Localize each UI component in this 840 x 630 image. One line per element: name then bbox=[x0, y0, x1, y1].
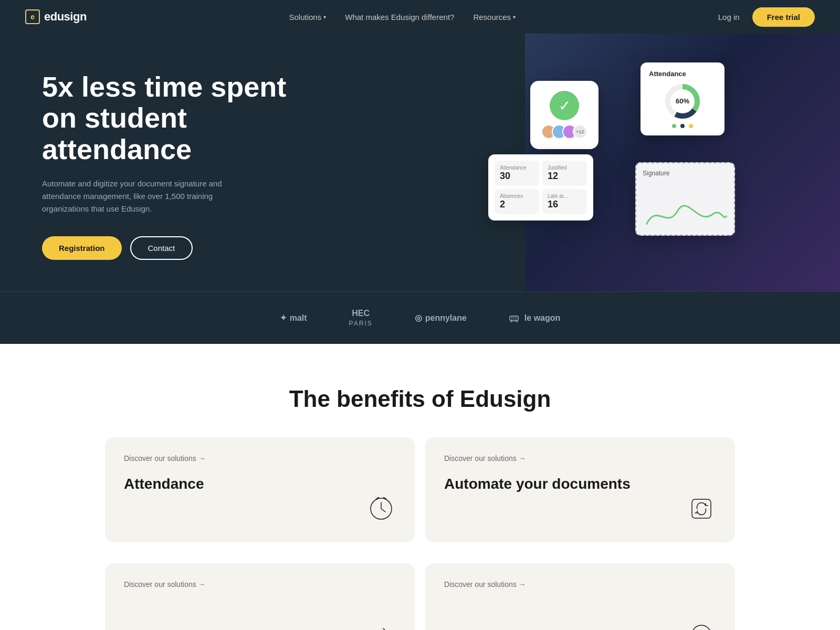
hero-text: 5x less time spent on student attendance… bbox=[42, 71, 304, 260]
wagon-icon bbox=[509, 313, 519, 323]
nav-solutions[interactable]: Solutions ▾ bbox=[289, 13, 327, 22]
contact-button[interactable]: Contact bbox=[130, 236, 193, 260]
partner-lewagon: le wagon bbox=[509, 313, 560, 323]
discover-link-documents[interactable]: Discover our solutions → bbox=[444, 454, 716, 463]
benefit-card-3[interactable]: Discover our solutions → bbox=[105, 563, 415, 630]
signature-card: Signature bbox=[635, 162, 735, 236]
stats-grid: Attendance 30 Justified 12 Absences 2 La… bbox=[495, 161, 587, 214]
stat-absences: Absences 2 bbox=[495, 189, 539, 214]
benefit-card-attendance[interactable]: Discover our solutions → Attendance bbox=[105, 437, 415, 542]
login-link[interactable]: Log in bbox=[718, 13, 740, 22]
partner-malt: ✦ malt bbox=[280, 313, 307, 323]
stat-late: Late ar... 16 bbox=[542, 189, 587, 214]
logo-text: edusign bbox=[44, 10, 87, 24]
arrow-right-icon bbox=[366, 620, 396, 630]
partner-pennylane: ◎ pennylane bbox=[415, 313, 467, 323]
benefits-cards-grid: Discover our solutions → Attendance Disc… bbox=[105, 437, 735, 542]
signature-drawing bbox=[636, 193, 734, 235]
legend-yellow-dot bbox=[689, 124, 693, 128]
partners-bar: ✦ malt HECPARIS ◎ pennylane le wagon bbox=[0, 291, 840, 344]
benefit-card-documents[interactable]: Discover our solutions → Automate your d… bbox=[425, 437, 735, 542]
hero-buttons: Registration Contact bbox=[42, 236, 304, 260]
bottom-cards: Discover our solutions → Discover our so… bbox=[0, 563, 840, 630]
benefit-card-4[interactable]: Discover our solutions → bbox=[425, 563, 735, 630]
signature-label: Signature bbox=[643, 170, 669, 177]
nav-links: Solutions ▾ What makes Edusign different… bbox=[289, 13, 516, 22]
benefit-card-title-attendance: Attendance bbox=[124, 475, 396, 493]
navbar: e edusign Solutions ▾ What makes Edusign… bbox=[0, 0, 840, 34]
chevron-down-icon: ▾ bbox=[513, 14, 516, 20]
nav-actions: Log in Free trial bbox=[718, 7, 815, 27]
avatar-count: +12 bbox=[573, 124, 587, 139]
hero-inner: 5x less time spent on student attendance… bbox=[0, 34, 840, 291]
svg-rect-11 bbox=[692, 499, 711, 518]
benefits-title: The benefits of Edusign bbox=[42, 386, 798, 412]
donut-legend bbox=[649, 124, 716, 128]
registration-button[interactable]: Registration bbox=[42, 236, 122, 260]
partner-hec: HECPARIS bbox=[349, 309, 373, 327]
bottom-cards-grid: Discover our solutions → Discover our so… bbox=[105, 563, 735, 630]
circle-icon bbox=[687, 620, 716, 630]
hero-description: Automate and digitize your document sign… bbox=[42, 177, 242, 215]
nav-different[interactable]: What makes Edusign different? bbox=[345, 13, 454, 22]
stats-card: Attendance 30 Justified 12 Absences 2 La… bbox=[488, 154, 593, 220]
stat-justified: Justified 12 bbox=[542, 161, 587, 186]
nav-resources[interactable]: Resources ▾ bbox=[473, 13, 516, 22]
attendance-card-title: Attendance bbox=[649, 70, 716, 78]
svg-point-12 bbox=[692, 625, 711, 630]
discover-link-4[interactable]: Discover our solutions → bbox=[444, 580, 716, 589]
benefits-section: The benefits of Edusign Discover our sol… bbox=[0, 344, 840, 563]
donut-chart: 60% bbox=[649, 83, 716, 120]
refresh-square-icon bbox=[687, 494, 716, 523]
malt-icon: ✦ bbox=[280, 313, 287, 323]
benefit-card-title-documents: Automate your documents bbox=[444, 475, 716, 493]
logo-icon: e bbox=[25, 9, 40, 24]
legend-dark-dot bbox=[680, 124, 685, 128]
svg-text:60%: 60% bbox=[676, 97, 689, 105]
checkmark-card: ✓ +12 bbox=[530, 81, 598, 149]
avatar-row: +12 bbox=[541, 124, 587, 139]
chevron-down-icon: ▾ bbox=[323, 14, 326, 20]
legend-green-dot bbox=[672, 124, 676, 128]
logo[interactable]: e edusign bbox=[25, 9, 87, 24]
discover-link-3[interactable]: Discover our solutions → bbox=[124, 580, 396, 589]
free-trial-button[interactable]: Free trial bbox=[752, 7, 815, 27]
clock-icon bbox=[366, 494, 396, 523]
discover-link-attendance[interactable]: Discover our solutions → bbox=[124, 454, 396, 463]
hero-section: 5x less time spent on student attendance… bbox=[0, 0, 840, 344]
hero-visuals: ✓ +12 Attendance bbox=[472, 34, 840, 291]
check-circle-icon: ✓ bbox=[550, 91, 579, 120]
stat-attendance: Attendance 30 bbox=[495, 161, 539, 186]
attendance-card: Attendance 60% bbox=[640, 62, 724, 135]
hero-title: 5x less time spent on student attendance bbox=[42, 71, 304, 165]
pennylane-icon: ◎ bbox=[415, 313, 422, 323]
